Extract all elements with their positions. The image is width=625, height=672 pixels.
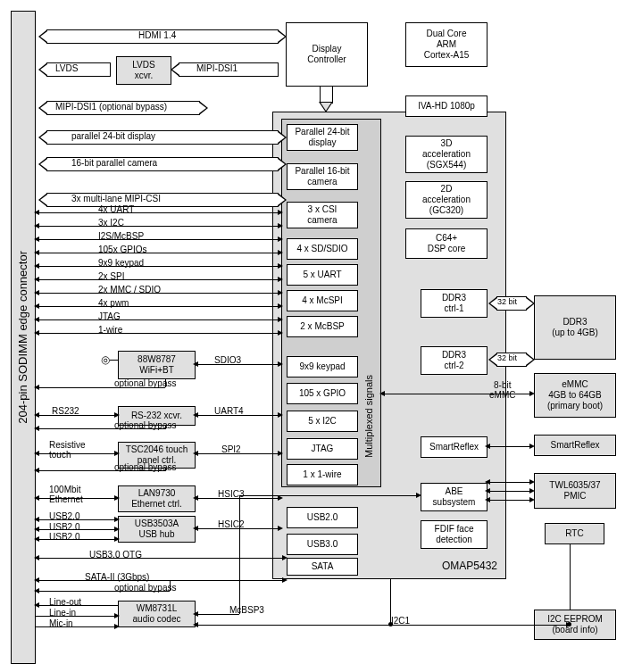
lan-chip: LAN9730 Ethernet ctrl. <box>118 485 196 512</box>
int-keypad: 9x9 keypad <box>287 356 358 377</box>
int-1wire: 1 x 1-wire <box>287 464 358 485</box>
int-usb20: USB2.0 <box>287 507 358 528</box>
mux-gpio: 105x GPIOs <box>98 245 146 254</box>
usb30otg-label: USB3.0 OTG <box>89 550 142 560</box>
hdmi-label: HDMI 1.4 <box>138 30 176 40</box>
bypass-sata: optional bypass <box>114 583 177 593</box>
ddr3-ext: DDR3 (up to 4GB) <box>534 295 616 360</box>
dsp: C64+ DSP core <box>405 228 488 259</box>
bypass-rs232: optional bypass <box>114 420 177 430</box>
emmc8-label: 8-bit eMMC <box>489 380 515 400</box>
hsic3-label: HSIC3 <box>218 489 244 499</box>
ddr3-ctrl1: DDR3 ctrl-1 <box>421 289 488 318</box>
smartreflex-int: SmartReflex <box>421 436 488 458</box>
cpu-a15: Dual Core ARM Cortex-A15 <box>405 22 488 67</box>
mux-mmc: 2x MMC / SDIO <box>98 285 161 295</box>
lvds-xcvr: LVDS xcvr. <box>116 56 171 85</box>
lvds-label: LVDS <box>55 63 78 73</box>
usb20-c: USB2.0 <box>49 532 79 542</box>
wifi-chip: 88W8787 WiFi+BT <box>118 351 196 379</box>
sata-label: SATA-II (3Gbps) <box>85 572 149 582</box>
uart4-label: UART4 <box>214 406 244 416</box>
int-mcbsp: 2 x McBSP <box>287 316 358 337</box>
rs232-label: RS232 <box>52 406 79 416</box>
int-gpio: 105 x GPIO <box>287 383 358 404</box>
rtc-ext: RTC <box>545 523 604 544</box>
int-mcspi: 4 x McSPI <box>287 290 358 311</box>
edge-connector: 204-pin SODIMM edge connector <box>11 11 36 664</box>
abe: ABE subsystem <box>421 483 488 511</box>
smartreflex-ext: SmartReflex <box>534 435 616 456</box>
int-sdio: 4 x SD/SDIO <box>287 238 358 260</box>
int-p16: Parallel 16-bit camera <box>287 163 358 190</box>
int-csi: 3 x CSI camera <box>287 202 358 228</box>
emmc-ext: eMMC 4GB to 64GB (primary boot) <box>534 373 616 418</box>
edge-connector-label: 204-pin SODIMM edge connector <box>16 251 30 424</box>
usbhub-chip: USB3503A USB hub <box>118 516 196 543</box>
soc-label: OMAP5432 <box>442 560 497 572</box>
ddr3-1-label: 32 bit <box>497 298 517 307</box>
mcbsp3-label: McBSP3 <box>229 605 264 615</box>
ddr3-2-label: 32 bit <box>497 354 517 363</box>
bypass-touch: optional bypass <box>114 462 177 472</box>
mux-signals-label: Multiplexed signals <box>363 375 374 460</box>
audio-chip: WM8731L audio codec <box>118 601 196 627</box>
int-i2c: 5 x I2C <box>287 411 358 432</box>
eth-label: 100Mbit Ethernet <box>49 485 83 504</box>
mipi-bypass-label: MIPI-DSI1 (optional bypass) <box>55 102 167 112</box>
gc320: 2D acceleration (GC320) <box>405 181 488 219</box>
iva-hd: IVA-HD 1080p <box>405 95 488 117</box>
p24-label: parallel 24-bit display <box>71 131 155 141</box>
int-usb30: USB3.0 <box>287 534 358 555</box>
mipi-dsi1-label: MIPI-DSI1 <box>196 63 238 73</box>
ddr3-ctrl2: DDR3 ctrl-2 <box>421 346 488 375</box>
int-uart: 5 x UART <box>287 264 358 286</box>
int-sata: SATA <box>287 558 358 576</box>
linein-label: Line-in <box>49 608 76 618</box>
mux-spi: 2x SPI <box>98 271 124 281</box>
usb20-b: USB2.0 <box>49 522 79 532</box>
mux-pwm: 4x pwm <box>98 298 129 308</box>
mux-1wire: 1-wire <box>98 325 122 335</box>
int-p24: Parallel 24-bit display <box>287 124 358 151</box>
fdif: FDIF face detection <box>421 520 488 549</box>
restouch-label: Resistive touch <box>49 440 86 460</box>
csi3x-label: 3x multi-lane MIPI-CSI <box>71 194 161 203</box>
bypass-wifi: optional bypass <box>114 378 177 388</box>
mux-i2s: I2S/McBSP <box>98 231 144 241</box>
spi2-label: SPI2 <box>221 444 241 454</box>
int-jtag: JTAG <box>287 438 358 460</box>
i2c1-label: I2C1 <box>391 616 410 626</box>
usb20-a: USB2.0 <box>49 511 79 521</box>
sdio3-label: SDIO3 <box>214 355 241 365</box>
mux-keypad: 9x9 keypad <box>98 258 144 268</box>
mux-uart: 4x UART <box>98 204 134 214</box>
pmic-ext: TWL6035/37 PMIC <box>534 473 616 509</box>
mux-jtag: JTAG <box>98 311 121 321</box>
hsic2-label: HSIC2 <box>218 519 244 529</box>
mux-i2c: 3x I2C <box>98 218 124 228</box>
display-controller: Display Controller <box>286 22 368 87</box>
p16-label: 16-bit parallel camera <box>71 158 157 168</box>
lineout-label: Line-out <box>49 597 81 607</box>
sgx544: 3D acceleration (SGX544) <box>405 136 488 173</box>
antenna-icon: ◎ <box>101 354 110 366</box>
micin-label: Mic-in <box>49 618 73 628</box>
